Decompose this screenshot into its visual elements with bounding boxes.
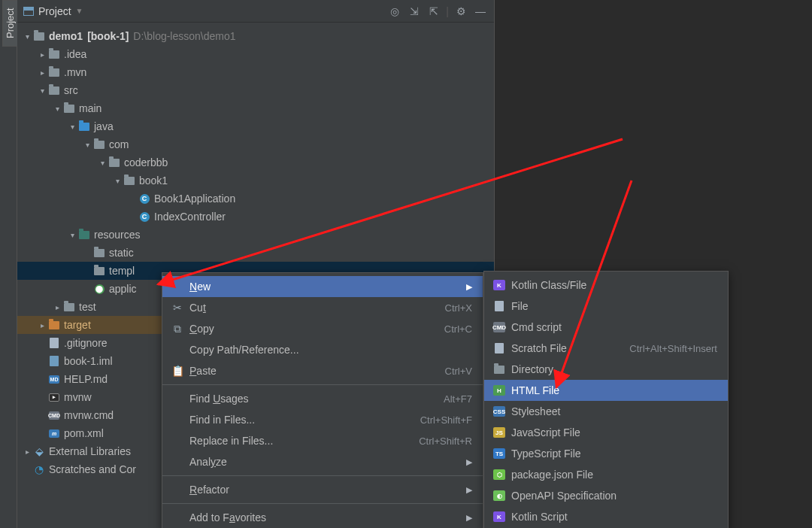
menu-item[interactable]: Find UsagesAlt+F7 — [162, 388, 483, 409]
collapse-all-icon[interactable]: ⇱ — [426, 4, 441, 19]
submenu-item[interactable]: CSSStylesheet — [484, 401, 728, 422]
tree-item-mvn[interactable]: .mvn — [17, 63, 494, 81]
tree-item-src[interactable]: src — [17, 81, 494, 99]
submenu-item[interactable]: Directory — [484, 359, 728, 380]
menu-item[interactable]: ✂CutCtrl+X — [162, 297, 483, 318]
submenu-item[interactable]: File — [484, 296, 728, 317]
tree-root[interactable]: demo1 [book-1] D:\blog-lesson\demo1 — [17, 27, 494, 45]
tree-item-book1[interactable]: book1 — [17, 171, 494, 190]
submenu-item[interactable]: TSTypeScript File — [484, 443, 728, 464]
expand-all-icon[interactable]: ⇲ — [407, 4, 422, 19]
menu-item[interactable]: Add to Favorites▶ — [162, 507, 483, 528]
pane-title: Project — [38, 5, 71, 17]
menu-item[interactable]: Copy Path/Reference... — [162, 339, 483, 360]
settings-gear-icon[interactable]: ⚙ — [453, 4, 468, 19]
toolwindow-strip: Project — [0, 0, 17, 528]
submenu-item[interactable]: KKotlin Class/File — [484, 275, 728, 296]
tree-item-coderbbb[interactable]: coderbbb — [17, 153, 494, 171]
new-submenu[interactable]: KKotlin Class/FileFileCMDCmd scriptScrat… — [483, 271, 729, 528]
tree-item-main[interactable]: main — [17, 99, 494, 117]
menu-item[interactable]: New▶ — [162, 276, 483, 297]
submenu-item[interactable]: HHTML File — [484, 380, 728, 401]
locate-icon[interactable]: ◎ — [387, 4, 402, 19]
pane-view-dropdown[interactable]: ▼ — [76, 7, 83, 15]
tree-item-app[interactable]: CBook1Application — [17, 190, 494, 208]
menu-item[interactable]: 📋PasteCtrl+V — [162, 360, 483, 381]
submenu-item[interactable]: Scratch FileCtrl+Alt+Shift+Insert — [484, 338, 728, 359]
tree-item-com[interactable]: com — [17, 135, 494, 153]
tree-item-resources[interactable]: resources — [17, 226, 494, 244]
hide-pane-icon[interactable]: — — [473, 4, 488, 19]
menu-item[interactable]: Find in Files...Ctrl+Shift+F — [162, 409, 483, 430]
tree-item-static[interactable]: static — [17, 244, 494, 262]
menu-item[interactable]: Replace in Files...Ctrl+Shift+R — [162, 430, 483, 451]
submenu-item[interactable]: KKotlin Script — [484, 506, 728, 527]
submenu-item[interactable]: CMDCmd script — [484, 317, 728, 338]
menu-item[interactable]: ⧉CopyCtrl+C — [162, 318, 483, 339]
project-window-icon — [23, 7, 34, 16]
submenu-item[interactable]: JSJavaScript File — [484, 422, 728, 443]
context-menu[interactable]: New▶✂CutCtrl+X⧉CopyCtrl+CCopy Path/Refer… — [162, 272, 483, 528]
submenu-item[interactable]: ◐OpenAPI Specification — [484, 485, 728, 506]
project-pane-header: Project ▼ ◎ ⇲ ⇱ | ⚙ — — [17, 0, 494, 23]
tree-item-java[interactable]: java — [17, 117, 494, 135]
submenu-item[interactable]: ⬡package.json File — [484, 464, 728, 485]
project-side-tab[interactable]: Project — [2, 0, 18, 47]
tree-item-index[interactable]: CIndexController — [17, 208, 494, 226]
tree-item-idea[interactable]: .idea — [17, 45, 494, 63]
menu-item[interactable]: Analyze▶ — [162, 451, 483, 472]
menu-item[interactable]: Refactor▶ — [162, 479, 483, 500]
